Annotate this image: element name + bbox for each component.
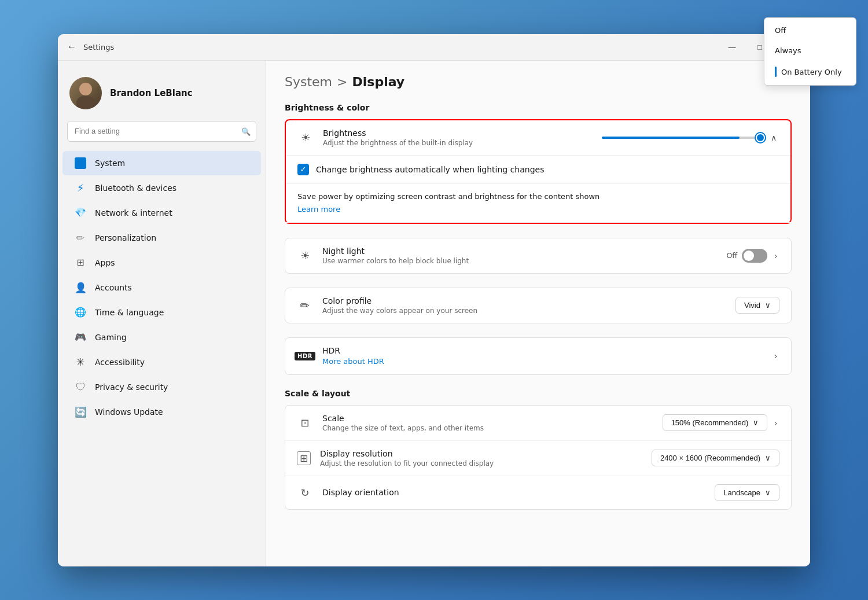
brightness-slider-track[interactable] — [602, 137, 764, 139]
sidebar-item-accounts[interactable]: 👤 Accounts — [62, 275, 261, 300]
apps-icon: ⊞ — [74, 256, 87, 269]
night-light-off-label: Off — [726, 251, 737, 260]
settings-window: ← Settings — □ ✕ Brandon LeBlanc 🔍 — [58, 34, 810, 566]
user-profile[interactable]: Brandon LeBlanc — [58, 70, 266, 121]
color-profile-control: Vivid ∨ — [735, 297, 779, 314]
resolution-dropdown[interactable]: 2400 × 1600 (Recommended) ∨ — [652, 450, 779, 466]
search-box: 🔍 — [67, 121, 256, 142]
breadcrumb: System > Display — [285, 75, 792, 89]
update-icon: 🔄 — [74, 406, 87, 418]
brightness-label: Brightness — [323, 128, 593, 138]
night-light-control: Off › — [726, 249, 779, 263]
sidebar-item-privacy[interactable]: 🛡 Privacy & security — [62, 375, 261, 399]
night-light-icon: ☀️ — [297, 248, 313, 264]
accessibility-icon: ✳ — [74, 356, 87, 369]
night-light-label: Night light — [322, 246, 717, 256]
time-icon: 🌐 — [74, 306, 87, 319]
hdr-chevron[interactable]: › — [772, 349, 779, 363]
dropdown-arrow-icon: ∨ — [765, 301, 771, 310]
app-title: Settings — [83, 43, 114, 51]
brightness-icon: ☀️ — [297, 130, 314, 146]
resolution-label: Display resolution — [320, 449, 642, 458]
scale-dropdown[interactable]: 150% (Recommended) ∨ — [663, 414, 768, 431]
hdr-row: HDR HDR More about HDR › — [285, 338, 791, 374]
popup-option-battery[interactable]: On Battery Only — [764, 61, 810, 83]
sidebar-item-personalization[interactable]: ✏️ Personalization — [62, 226, 261, 250]
brightness-desc: Adjust the brightness of the built-in di… — [323, 139, 593, 147]
search-input[interactable] — [67, 121, 256, 142]
sidebar-item-time[interactable]: 🌐 Time & language — [62, 300, 261, 325]
back-button[interactable]: ← — [67, 42, 76, 52]
orientation-control: Landscape ∨ — [715, 484, 779, 501]
accounts-icon: 👤 — [74, 281, 87, 294]
breadcrumb-parent: System — [285, 75, 332, 89]
sidebar-item-update[interactable]: 🔄 Windows Update — [62, 400, 261, 424]
title-bar: ← Settings — □ ✕ — [58, 34, 810, 61]
orientation-row: ↻ Display orientation Landscape ∨ — [285, 476, 791, 509]
brightness-row: ☀️ Brightness Adjust the brightness of t… — [286, 120, 790, 156]
night-light-chevron[interactable]: › — [772, 249, 779, 263]
minimize-button[interactable]: — — [719, 38, 745, 56]
scale-layout-title: Scale & layout — [285, 389, 792, 398]
breadcrumb-current: Display — [352, 75, 404, 89]
resolution-icon: ⊞ — [297, 451, 311, 465]
color-profile-label: Color profile — [322, 296, 726, 305]
resolution-desc: Adjust the resolution to fit your connec… — [320, 459, 642, 468]
brightness-color-title: Brightness & color — [285, 103, 792, 112]
orientation-icon: ↻ — [297, 484, 313, 500]
color-profile-icon: ✏️ — [297, 297, 313, 314]
save-power-text: Save power by optimizing screen contrast… — [297, 192, 779, 201]
brightness-slider-fill — [602, 137, 740, 139]
brightness-control: ∧ — [602, 131, 779, 145]
brightness-color-section: Brightness & color ☀️ Brightness Adjust … — [285, 103, 792, 224]
user-name: Brandon LeBlanc — [110, 88, 193, 98]
bluetooth-icon: ⚡ — [74, 182, 87, 194]
breadcrumb-separator: > — [337, 75, 347, 89]
sidebar-item-bluetooth[interactable]: ⚡ Bluetooth & devices — [62, 176, 261, 200]
orientation-label: Display orientation — [322, 488, 705, 497]
color-profile-row: ✏️ Color profile Adjust the way colors a… — [285, 288, 791, 323]
sidebar-item-system[interactable]: System — [62, 151, 261, 175]
learn-more-link[interactable]: Learn more — [297, 205, 340, 214]
scale-layout-card: ⊡ Scale Change the size of text, apps, a… — [285, 405, 792, 510]
orientation-dropdown[interactable]: Landscape ∨ — [715, 484, 779, 501]
sidebar-item-network[interactable]: 💎 Network & internet — [62, 201, 261, 225]
search-icon: 🔍 — [241, 127, 251, 135]
selected-indicator — [775, 67, 777, 77]
scale-control: 150% (Recommended) ∨ › — [663, 414, 779, 431]
privacy-icon: 🛡 — [74, 381, 87, 393]
network-icon: 💎 — [74, 207, 87, 219]
color-profile-desc: Adjust the way colors appear on your scr… — [322, 307, 726, 315]
brightness-slider-thumb — [756, 133, 765, 142]
scale-label: Scale — [322, 414, 653, 423]
sidebar-item-gaming[interactable]: 🎮 Gaming — [62, 325, 261, 349]
display-resolution-row: ⊞ Display resolution Adjust the resoluti… — [285, 441, 791, 476]
content-area: Brandon LeBlanc 🔍 System ⚡ Bluetooth & d… — [58, 61, 810, 566]
scale-dropdown-arrow: ∨ — [753, 418, 759, 427]
scale-icon: ⊡ — [297, 415, 313, 431]
scale-chevron[interactable]: › — [772, 416, 779, 430]
night-light-section: ☀️ Night light Use warmer colors to help… — [285, 238, 792, 274]
night-light-card: ☀️ Night light Use warmer colors to help… — [285, 238, 792, 274]
hdr-section: HDR HDR More about HDR › — [285, 337, 792, 375]
hdr-label: HDR — [322, 346, 763, 355]
color-profile-section: ✏️ Color profile Adjust the way colors a… — [285, 288, 792, 323]
sidebar-item-apps[interactable]: ⊞ Apps — [62, 251, 261, 275]
color-profile-dropdown[interactable]: Vivid ∨ — [735, 297, 779, 314]
hdr-link[interactable]: More about HDR — [322, 357, 384, 366]
sidebar-item-accessibility[interactable]: ✳ Accessibility — [62, 350, 261, 374]
save-power-row: Save power by optimizing screen contrast… — [286, 184, 790, 223]
night-light-desc: Use warmer colors to help block blue lig… — [322, 257, 717, 265]
sidebar: Brandon LeBlanc 🔍 System ⚡ Bluetooth & d… — [58, 61, 266, 566]
hdr-badge-icon: HDR — [297, 348, 313, 364]
hdr-badge: HDR — [295, 352, 315, 360]
auto-brightness-checkbox[interactable] — [297, 164, 309, 175]
night-light-toggle[interactable] — [742, 249, 767, 263]
night-light-row: ☀️ Night light Use warmer colors to help… — [285, 238, 791, 273]
brightness-color-card: ☀️ Brightness Adjust the brightness of t… — [285, 119, 792, 224]
resolution-control: 2400 × 1600 (Recommended) ∨ — [652, 450, 779, 466]
brightness-expand-button[interactable]: ∧ — [768, 131, 779, 145]
gaming-icon: 🎮 — [74, 331, 87, 344]
hdr-control: › — [772, 349, 779, 363]
orientation-dropdown-arrow: ∨ — [765, 488, 771, 497]
